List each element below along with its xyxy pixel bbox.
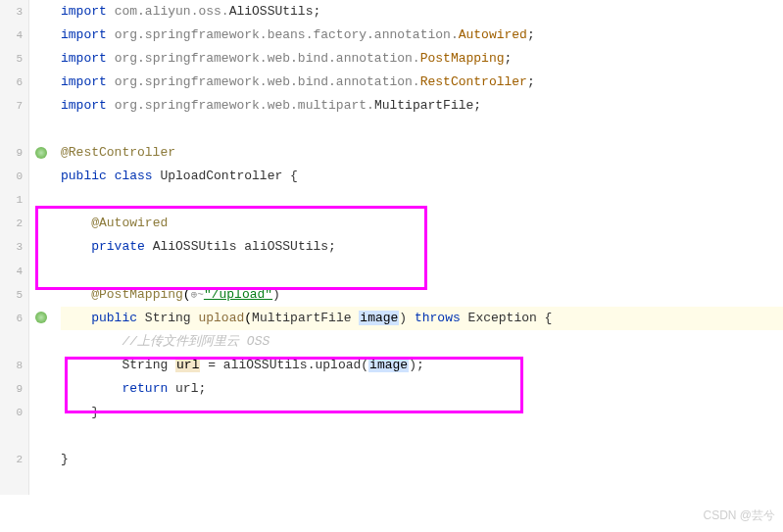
gutter-row: 6 xyxy=(0,71,23,94)
code-editor: 3 4 5 6 7 9 0 1 2 3 4 5 6 8 9 0 2 import… xyxy=(0,0,783,495)
selected-identifier[interactable]: image xyxy=(359,311,399,325)
gutter-row: 7 xyxy=(0,94,23,118)
run-gutter-icon[interactable] xyxy=(35,147,47,159)
code-line[interactable] xyxy=(61,424,783,448)
code-line[interactable]: } xyxy=(61,401,783,424)
gutter-row: 8 xyxy=(0,354,23,377)
code-line[interactable] xyxy=(61,118,783,141)
code-line[interactable]: import com.aliyun.oss.AliOSSUtils; xyxy=(61,0,783,24)
code-line[interactable]: @PostMapping(⊕~"/upload") xyxy=(61,283,783,307)
code-line[interactable] xyxy=(61,188,783,212)
gutter-row: 0 xyxy=(0,165,23,188)
code-line[interactable]: public String upload(MultipartFile image… xyxy=(61,307,783,330)
gutter-row: 1 xyxy=(0,188,23,212)
code-line[interactable]: String url = aliOSSUtils.upload(image); xyxy=(61,354,783,377)
gutter-row: 3 xyxy=(0,0,23,24)
gutter-row: 5 xyxy=(0,47,23,71)
line-gutter: 3 4 5 6 7 9 0 1 2 3 4 5 6 8 9 0 2 xyxy=(0,0,29,495)
gutter-icons xyxy=(29,0,55,495)
endpoint-gutter-icon[interactable]: ⊕~ xyxy=(191,289,204,301)
run-gutter-icon[interactable] xyxy=(35,312,47,323)
code-line[interactable]: @RestController xyxy=(61,141,783,165)
gutter-row: 3 xyxy=(0,235,23,259)
code-line[interactable]: import org.springframework.web.multipart… xyxy=(61,94,783,118)
gutter-row: 4 xyxy=(0,260,23,283)
gutter-row: 0 xyxy=(0,401,23,424)
code-line[interactable]: @Autowired xyxy=(61,212,783,235)
gutter-row xyxy=(0,471,23,495)
watermark: CSDN @芸兮 xyxy=(703,505,775,526)
code-line[interactable]: } xyxy=(61,448,783,471)
code-line[interactable]: return url; xyxy=(61,377,783,401)
gutter-row xyxy=(0,330,23,354)
gutter-row: 9 xyxy=(0,141,23,165)
code-line[interactable] xyxy=(61,260,783,283)
code-line[interactable]: import org.springframework.beans.factory… xyxy=(61,24,783,47)
gutter-row: 9 xyxy=(0,377,23,401)
gutter-row xyxy=(0,118,23,141)
code-line[interactable]: private AliOSSUtils aliOSSUtils; xyxy=(61,235,783,259)
code-line[interactable]: //上传文件到阿里云 OSS xyxy=(61,330,783,354)
gutter-row: 4 xyxy=(0,24,23,47)
gutter-row: 6 xyxy=(0,307,23,330)
gutter-row: 2 xyxy=(0,448,23,471)
gutter-row xyxy=(0,424,23,448)
code-line[interactable]: import org.springframework.web.bind.anno… xyxy=(61,71,783,94)
code-line[interactable]: public class UploadController { xyxy=(61,165,783,188)
gutter-row: 5 xyxy=(0,283,23,307)
code-line[interactable]: import org.springframework.web.bind.anno… xyxy=(61,47,783,71)
code-area[interactable]: import com.aliyun.oss.AliOSSUtils; impor… xyxy=(55,0,783,495)
gutter-row: 2 xyxy=(0,212,23,235)
